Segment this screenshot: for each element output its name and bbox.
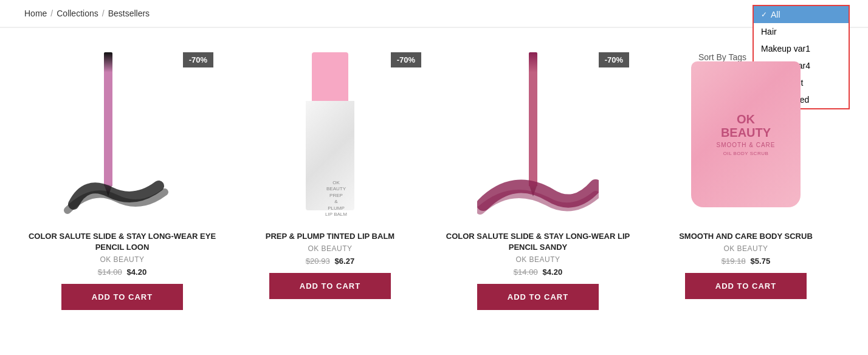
add-to-cart-button-1[interactable]: ADD TO CART bbox=[61, 284, 183, 310]
price-sale-4: $5.75 bbox=[751, 257, 771, 266]
breadcrumb-separator-1: / bbox=[50, 9, 53, 18]
sort-option-all-label: All bbox=[771, 10, 780, 19]
lip-balm-label: OKBEAUTYPREP&PLUMPLIP BALM bbox=[313, 180, 359, 218]
sort-option-all[interactable]: ✓ All bbox=[754, 6, 849, 23]
price-original-3: $14.00 bbox=[514, 267, 538, 277]
product-card-3: -70% COLOR SALUTE SLIDE & STAY LONG-WEAR… bbox=[435, 40, 641, 322]
product-prices-4: $19.18 $5.75 bbox=[722, 257, 770, 266]
discount-badge-2: -70% bbox=[391, 52, 421, 67]
lip-balm-cap bbox=[312, 52, 348, 101]
product-title-4: SMOOTH AND CARE BODY SCRUB bbox=[679, 231, 813, 242]
lip-balm-body: OKBEAUTYPREP&PLUMPLIP BALM bbox=[306, 101, 354, 210]
body-scrub-product-sub: OIL BODY SCRUB bbox=[723, 151, 769, 156]
product-card-2: OKBEAUTYPREP&PLUMPLIP BALM -70% PREP & P… bbox=[227, 40, 433, 322]
product-title-2: PREP & PLUMP TINTED LIP BALM bbox=[266, 231, 394, 242]
price-original-2: $20.93 bbox=[306, 257, 330, 266]
breadcrumb-separator-2: / bbox=[102, 9, 105, 18]
price-original-4: $19.18 bbox=[722, 257, 746, 266]
add-to-cart-button-4[interactable]: ADD TO CART bbox=[685, 273, 807, 299]
price-sale-3: $4.20 bbox=[543, 267, 563, 277]
breadcrumb-home[interactable]: Home bbox=[24, 9, 47, 18]
product-prices-2: $20.93 $6.27 bbox=[306, 257, 354, 266]
product-image-wrap-2: OKBEAUTYPREP&PLUMPLIP BALM -70% bbox=[233, 46, 427, 222]
price-sale-1: $4.20 bbox=[127, 267, 147, 277]
price-original-1: $14.00 bbox=[98, 267, 122, 277]
add-to-cart-button-2[interactable]: ADD TO CART bbox=[269, 273, 391, 299]
product-image-wrap-1: -70% bbox=[25, 46, 219, 222]
lip-pencil-scribble bbox=[477, 168, 599, 216]
sort-option-hair[interactable]: Hair bbox=[754, 23, 849, 40]
body-scrub-product-name: SMOOTH & CARE bbox=[717, 142, 776, 148]
add-to-cart-button-3[interactable]: ADD TO CART bbox=[477, 284, 599, 310]
checkmark-icon: ✓ bbox=[761, 10, 767, 19]
lip-pencil-body bbox=[529, 52, 537, 186]
price-sale-2: $6.27 bbox=[335, 257, 355, 266]
body-scrub-bag: OKBEAUTY SMOOTH & CARE OIL BODY SCRUB bbox=[691, 61, 801, 207]
product-card-1: -70% COLOR SALUTE SLIDE & STAY LONG-WEAR… bbox=[19, 40, 226, 322]
product-image-lip-balm: OKBEAUTYPREP&PLUMPLIP BALM bbox=[300, 52, 360, 216]
product-prices-1: $14.00 $4.20 bbox=[98, 267, 146, 277]
breadcrumb-current: Bestsellers bbox=[108, 9, 150, 18]
product-image-wrap-4: OKBEAUTY SMOOTH & CARE OIL BODY SCRUB bbox=[649, 46, 843, 222]
product-title-3: COLOR SALUTE SLIDE & STAY LONG-WEAR LIP … bbox=[441, 231, 635, 253]
product-brand-1: OK BEAUTY bbox=[100, 255, 144, 264]
product-image-wrap-3: -70% bbox=[441, 46, 635, 222]
product-image-body-scrub: OKBEAUTY SMOOTH & CARE OIL BODY SCRUB bbox=[691, 61, 801, 207]
product-brand-4: OK BEAUTY bbox=[723, 244, 768, 253]
products-grid: -70% COLOR SALUTE SLIDE & STAY LONG-WEAR… bbox=[0, 28, 868, 334]
product-title-1: COLOR SALUTE SLIDE & STAY LONG-WEAR EYE … bbox=[25, 231, 219, 253]
product-card-4: OKBEAUTY SMOOTH & CARE OIL BODY SCRUB SM… bbox=[642, 40, 849, 322]
discount-badge-3: -70% bbox=[599, 52, 629, 67]
discount-badge-1: -70% bbox=[183, 52, 213, 67]
product-brand-2: OK BEAUTY bbox=[308, 244, 352, 253]
product-brand-3: OK BEAUTY bbox=[515, 255, 560, 264]
breadcrumb-collections[interactable]: Collections bbox=[57, 9, 98, 18]
pencil-scribble bbox=[61, 168, 171, 216]
body-scrub-brand-logo: OKBEAUTY bbox=[721, 112, 771, 139]
pencil-body bbox=[104, 52, 112, 186]
product-image-eye-pencil bbox=[61, 52, 183, 216]
product-image-lip-pencil bbox=[477, 52, 599, 216]
sort-option-hair-label: Hair bbox=[761, 27, 777, 36]
product-prices-3: $14.00 $4.20 bbox=[514, 267, 562, 277]
